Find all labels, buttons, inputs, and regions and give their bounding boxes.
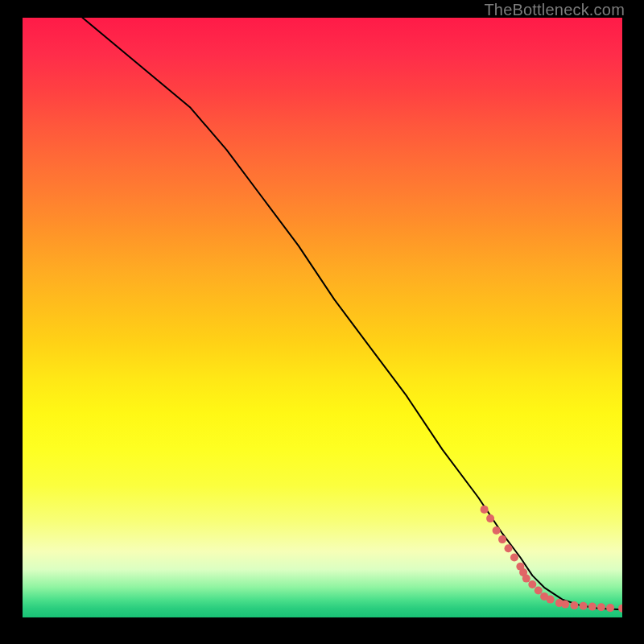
- scatter-point: [606, 604, 614, 612]
- scatter-point: [493, 526, 501, 535]
- scatter-point: [588, 603, 597, 611]
- chart-frame: TheBottleneck.com: [0, 0, 644, 644]
- scatter-point: [498, 535, 506, 543]
- scatter-point: [510, 554, 518, 562]
- scatter-points: [481, 506, 622, 613]
- scatter-point: [505, 544, 513, 552]
- scatter-point: [486, 514, 494, 522]
- scatter-point: [618, 605, 622, 613]
- scatter-point: [522, 575, 530, 583]
- scatter-point: [570, 601, 578, 609]
- scatter-point: [547, 596, 555, 604]
- scatter-point: [580, 602, 588, 610]
- scatter-point: [561, 601, 569, 609]
- watermark-text: TheBottleneck.com: [484, 1, 625, 19]
- plot-area: [23, 18, 622, 617]
- scatter-point: [597, 603, 605, 611]
- main-curve: [83, 18, 623, 609]
- scatter-point: [528, 580, 536, 588]
- scatter-point: [535, 587, 543, 595]
- chart-svg: [23, 18, 622, 617]
- scatter-point: [481, 506, 489, 514]
